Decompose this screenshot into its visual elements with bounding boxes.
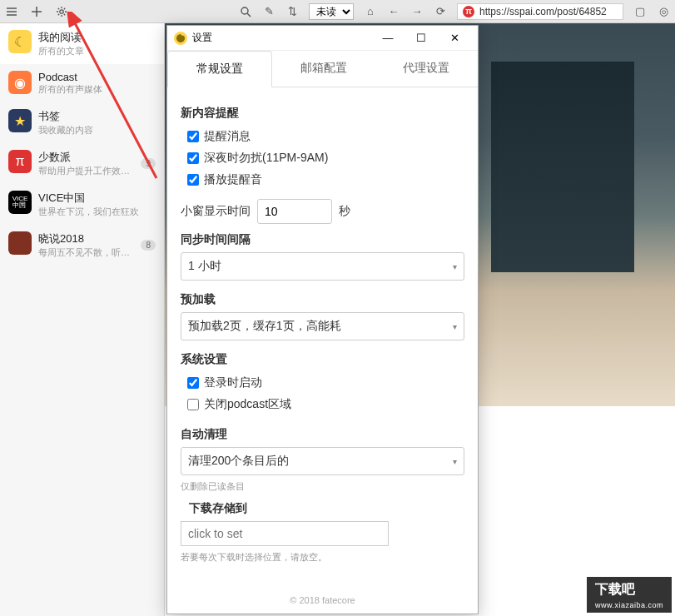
feed-subtitle: 所有的文章 [38, 45, 156, 57]
settings-tabs: 常规设置 邮箱配置 代理设置 [167, 51, 478, 87]
compass-icon[interactable]: ◎ [657, 5, 670, 18]
feed-subtitle: 每周五不见不散，听矮大紧老... [38, 246, 134, 259]
autoclean-select[interactable]: 清理200个条目后的 [181, 447, 464, 475]
url-text: https://sspai.com/post/64852 [479, 6, 607, 17]
podcast-icon: ◉ [8, 71, 32, 94]
dialog-titlebar: 设置 — ☐ ✕ [167, 26, 478, 51]
feed-title: 晓说2018 [38, 231, 134, 246]
section-download: 下载存储到 [189, 501, 464, 516]
close-button[interactable]: ✕ [438, 27, 471, 50]
sort-icon[interactable]: ⇅ [285, 5, 299, 18]
brush-icon[interactable]: ✎ [262, 5, 275, 18]
section-new-content: 新内容提醒 [181, 106, 464, 121]
checkbox-close-podcast[interactable] [187, 399, 199, 410]
popup-label-pre: 小窗显示时间 [181, 204, 251, 219]
popup-label-post: 秒 [339, 204, 350, 219]
search-icon[interactable] [239, 5, 252, 18]
dialog-title-text: 设置 [192, 31, 212, 45]
avatar-icon [8, 231, 32, 255]
section-autoclean: 自动清理 [181, 427, 464, 442]
preload-select[interactable]: 预加载2页，缓存1页，高能耗 [181, 312, 464, 340]
unread-badge: 8 [141, 240, 156, 251]
svg-point-1 [241, 7, 248, 14]
dialog-footer: © 2018 fatecore [167, 590, 478, 614]
refresh-icon[interactable]: ⟳ [434, 5, 447, 18]
tab-general[interactable]: 常规设置 [167, 51, 272, 87]
vice-icon: VICE中国 [8, 191, 32, 214]
feed-title: VICE中国 [38, 191, 156, 206]
section-system: 系统设置 [181, 352, 464, 367]
home-icon[interactable]: ⌂ [364, 5, 377, 18]
dialog-body: 新内容提醒 提醒消息 深夜时勿扰(11PM-9AM) 播放提醒音 小窗显示时间 … [167, 87, 478, 590]
star-icon: ★ [8, 109, 32, 132]
feed-item-vice[interactable]: VICE中国 VICE中国 世界在下沉，我们在狂欢 [0, 184, 164, 225]
autoclean-hint: 仅删除已读条目 [181, 480, 464, 493]
feed-subtitle: 我收藏的内容 [38, 124, 156, 137]
settings-dialog: 设置 — ☐ ✕ 常规设置 邮箱配置 代理设置 新内容提醒 提醒消息 深夜时勿扰… [166, 25, 479, 614]
checkbox-dnd[interactable] [187, 152, 199, 164]
feed-item-podcast[interactable]: ◉ Podcast 所有的有声媒体 [0, 64, 164, 102]
watermark-url: www.xiazaiba.com [595, 601, 663, 609]
check-sound[interactable]: 播放提醒音 [181, 169, 464, 191]
feed-item-xiaoshuo[interactable]: 晓说2018 每周五不见不散，听矮大紧老... 8 [0, 225, 164, 266]
section-preload: 预加载 [181, 292, 464, 307]
download-path-input[interactable] [181, 521, 389, 546]
download-arrow-icon: ⬇ [568, 582, 587, 606]
checkbox-remind[interactable] [187, 131, 199, 142]
section-sync: 同步时间间隔 [181, 232, 464, 247]
feed-item-myreading[interactable]: ☾ 我的阅读 所有的文章 [0, 23, 164, 64]
feed-sidebar: ☾ 我的阅读 所有的文章 ◉ Podcast 所有的有声媒体 ★ 书签 我收藏的… [0, 23, 165, 616]
feed-subtitle: 所有的有声媒体 [38, 83, 156, 96]
bookmark-icon[interactable]: ▢ [633, 5, 647, 18]
site-favicon: π [463, 6, 474, 17]
feed-title: 书签 [38, 109, 156, 124]
top-toolbar: ✎ ⇅ 未读 ⌂ ← → ⟳ π https://sspai.com/post/… [0, 0, 675, 23]
watermark: ⬇ 下载吧 www.xiazaiba.com [587, 577, 672, 613]
forward-icon[interactable]: → [410, 5, 424, 18]
check-dnd[interactable]: 深夜时勿扰(11PM-9AM) [181, 147, 464, 169]
feed-title: 我的阅读 [38, 30, 156, 45]
feed-subtitle: 帮助用户提升工作效率和生... [38, 165, 134, 177]
minimize-button[interactable]: — [371, 27, 405, 50]
menu-icon[interactable] [5, 5, 18, 18]
back-icon[interactable]: ← [387, 5, 400, 18]
popup-seconds-input[interactable] [257, 199, 332, 224]
watermark-text: 下载吧 [595, 582, 635, 596]
check-remind[interactable]: 提醒消息 [181, 126, 464, 147]
checkbox-startup[interactable] [187, 377, 199, 389]
feed-subtitle: 世界在下沉，我们在狂欢 [38, 206, 156, 218]
check-close-podcast[interactable]: 关闭podcast区域 [181, 394, 464, 415]
sync-interval-select[interactable]: 1 小时 [181, 252, 464, 281]
tab-mail[interactable]: 邮箱配置 [272, 51, 375, 87]
maximize-button[interactable]: ☐ [405, 27, 438, 50]
pi-icon: π [8, 150, 32, 173]
add-icon[interactable] [30, 5, 43, 18]
tab-proxy[interactable]: 代理设置 [375, 51, 478, 87]
download-hint: 若要每次下载时选择位置，请放空。 [181, 551, 464, 564]
moon-icon: ☾ [8, 30, 32, 53]
feed-title: Podcast [38, 71, 156, 83]
filter-select[interactable]: 未读 [309, 3, 354, 20]
svg-point-0 [60, 9, 63, 12]
unread-badge: 9 [141, 158, 156, 169]
feed-item-bookmarks[interactable]: ★ 书签 我收藏的内容 [0, 102, 164, 143]
checkbox-sound[interactable] [187, 174, 199, 186]
feed-title: 少数派 [38, 150, 134, 165]
check-startup[interactable]: 登录时启动 [181, 372, 464, 394]
url-bar[interactable]: π https://sspai.com/post/64852 [457, 3, 623, 20]
feed-item-sspai[interactable]: π 少数派 帮助用户提升工作效率和生... 9 [0, 143, 164, 184]
gear-icon[interactable] [55, 5, 68, 18]
app-logo-icon [174, 32, 187, 45]
